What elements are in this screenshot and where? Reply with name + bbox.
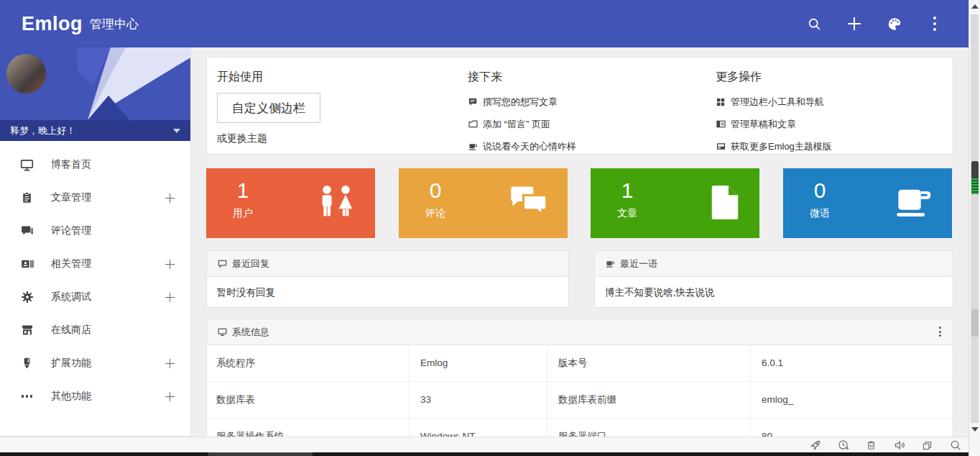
scroll-progress-stripes	[971, 178, 979, 194]
stat-card-users[interactable]: 1 用户	[206, 168, 375, 238]
table-cell-label: 系统程序	[207, 345, 409, 381]
panel-header: 最近回复	[207, 251, 568, 277]
sidebar-item-comments[interactable]: 评论管理	[0, 214, 190, 247]
plugin-icon	[20, 357, 34, 370]
table-cell-value: Windows NT	[409, 419, 547, 437]
sidebar-item-related[interactable]: 相关管理	[0, 247, 190, 281]
expand-plus-icon[interactable]	[165, 392, 175, 401]
change-theme-link[interactable]: 或更换主题	[217, 132, 320, 145]
manage-drafts-link[interactable]: 管理草稿和文章	[716, 113, 832, 135]
search-icon[interactable]	[949, 439, 961, 452]
sidebar-item-label: 在线商店	[51, 324, 91, 337]
add-page-link[interactable]: 添加 “留言” 页面	[468, 113, 576, 135]
gear-icon	[20, 291, 34, 304]
table-cell-value: 80	[750, 419, 953, 437]
table-cell-label: 版本号	[547, 345, 750, 381]
stat-card-notes[interactable]: 0 微语	[783, 168, 952, 238]
panel-header: 最近一语	[595, 251, 953, 277]
scroll-down-icon[interactable]	[971, 427, 979, 432]
sidebar-item-blog-home[interactable]: 博客首页	[0, 148, 190, 181]
sidebar-item-label: 文章管理	[51, 191, 91, 204]
users-icon	[316, 185, 356, 222]
table-cell-label: 服务器操作系统	[207, 419, 409, 437]
theme-template-icon	[716, 142, 726, 152]
brand[interactable]: Emlog 管理中心	[22, 0, 139, 47]
customize-sidebar-button[interactable]: 自定义侧边栏	[217, 93, 320, 123]
table-row: 服务器操作系统 Windows NT 服务器端口 80	[207, 419, 953, 437]
write-article-link[interactable]: 撰写您的想写文章	[468, 91, 576, 113]
link-label: 管理草稿和文章	[731, 118, 796, 131]
more-actions-column: 更多操作 管理边栏小工具和导航 管理草稿和文章	[716, 58, 832, 158]
user-greeting-bar[interactable]: 释梦，晚上好！	[0, 120, 190, 141]
scrollbar-thumb[interactable]	[971, 161, 979, 194]
stat-card-articles[interactable]: 1 文章	[591, 168, 759, 238]
link-label: 管理边栏小工具和导航	[731, 96, 824, 109]
manage-widgets-link[interactable]: 管理边栏小工具和导航	[716, 91, 832, 113]
expand-plus-icon[interactable]	[165, 260, 175, 269]
volume-icon[interactable]	[893, 439, 905, 452]
idcard-icon	[20, 257, 34, 271]
column-title: 接下来	[468, 70, 576, 85]
expand-plus-icon[interactable]	[165, 359, 175, 368]
scroll-up-icon[interactable]	[971, 4, 979, 9]
rocket-icon[interactable]	[809, 439, 821, 452]
comments-icon	[509, 185, 549, 222]
stat-label: 文章	[606, 207, 648, 220]
sidebar-item-other[interactable]: 其他功能	[0, 380, 190, 413]
stat-value: 1	[222, 179, 264, 202]
sidebar-item-system-debug[interactable]: 系统调试	[0, 281, 190, 314]
scrollbar[interactable]	[969, 0, 980, 456]
scrollbar-thumb-secondary[interactable]	[971, 309, 979, 337]
sidebar-item-label: 扩展功能	[51, 357, 91, 370]
brand-logo: Emlog	[22, 13, 83, 35]
panel-body: 博主不知要说啥,快去说说	[595, 277, 953, 309]
trash-icon[interactable]	[865, 439, 877, 452]
recent-replies-panel: 最近回复 暂时没有回复	[206, 250, 569, 308]
coffee-icon	[895, 185, 933, 222]
panel-title: 最近一语	[620, 257, 657, 270]
taskbar-edge	[0, 452, 980, 456]
sidebar-item-label: 系统调试	[51, 291, 91, 304]
drafts-icon	[716, 119, 726, 129]
panel-title: 最近回复	[232, 257, 269, 270]
browser-bar-icons	[809, 437, 961, 453]
expand-plus-icon[interactable]	[165, 293, 175, 302]
sidebar-item-extensions[interactable]: 扩展功能	[0, 347, 190, 380]
brand-suffix: 管理中心	[90, 16, 139, 32]
table-cell-value: Emlog	[409, 345, 547, 381]
palette-icon[interactable]	[887, 16, 902, 32]
panel-header: 系统信息	[207, 319, 953, 345]
sidebar-item-articles[interactable]: 文章管理	[0, 181, 190, 214]
recent-note-panel: 最近一语 博主不知要说啥,快去说说	[594, 250, 953, 308]
panel-more-icon[interactable]	[939, 327, 941, 337]
stat-card-comments[interactable]: 0 评论	[399, 168, 568, 238]
get-themes-link[interactable]: 获取更多Emlog主题模版	[716, 135, 832, 158]
comment-icon	[20, 224, 34, 238]
link-label: 添加 “留言” 页面	[483, 118, 550, 131]
table-cell-label: 服务器端口	[547, 419, 750, 437]
stat-label: 评论	[415, 207, 456, 220]
table-cell-value: 6.0.1	[750, 345, 953, 381]
expand-plus-icon[interactable]	[165, 193, 175, 203]
post-note-link[interactable]: 说说看今天的心情咋样	[468, 135, 576, 158]
avatar[interactable]	[6, 54, 46, 94]
search-icon[interactable]	[806, 16, 822, 32]
sidebar-item-online-store[interactable]: 在线商店	[0, 314, 190, 347]
column-title: 开始使用	[217, 70, 320, 85]
scrollbar-track[interactable]	[971, 14, 979, 423]
history-icon[interactable]	[837, 439, 849, 452]
add-icon[interactable]	[846, 16, 862, 32]
coffee-icon	[605, 259, 615, 269]
link-label: 说说看今天的心情咋样	[483, 140, 576, 153]
taskbar-item-highlight	[208, 452, 313, 456]
link-label: 获取更多Emlog主题模版	[731, 140, 832, 153]
store-icon	[20, 324, 34, 337]
article-icon	[20, 191, 34, 205]
window-restore-icon[interactable]	[921, 439, 933, 452]
monitor-icon	[217, 327, 227, 337]
system-info-panel: 系统信息 系统程序 Emlog 版本号 6.0.1 数据库表 33 数据库表前缀…	[206, 319, 953, 437]
chevron-down-icon	[173, 129, 180, 133]
speech-bubble-icon	[217, 259, 227, 269]
monitor-icon	[20, 158, 34, 172]
more-icon[interactable]	[927, 16, 943, 32]
